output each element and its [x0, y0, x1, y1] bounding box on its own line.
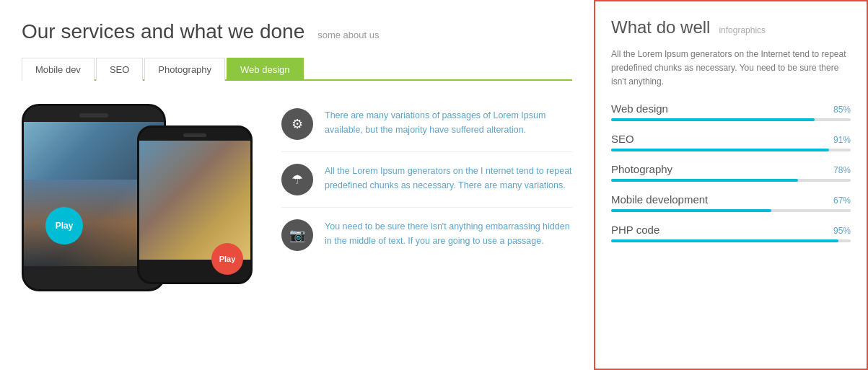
skill-header-0: Web design 85% — [611, 102, 851, 115]
skill-bar-fill-3 — [611, 209, 771, 212]
tab-seo[interactable]: SEO — [96, 58, 143, 81]
features-list: ⚙ There are many variations of passages … — [281, 97, 572, 299]
umbrella-icon: ☂ — [281, 164, 313, 195]
feature-item-1: ⚙ There are many variations of passages … — [281, 97, 572, 152]
tabs-container: Mobile dev SEO Photography Web design — [22, 56, 572, 81]
play-button-red[interactable]: Play — [211, 243, 243, 275]
phone-area: Play Play — [22, 97, 267, 299]
play-red-label: Play — [219, 255, 236, 263]
phone-mockup-back: Play — [137, 125, 253, 284]
right-description: All the Lorem Ipsum generators on the In… — [611, 48, 851, 89]
skill-item-4: PHP code 95% — [611, 224, 851, 242]
right-title: What do well — [611, 17, 710, 38]
tab-photography[interactable]: Photography — [144, 58, 225, 81]
skill-header-4: PHP code 95% — [611, 224, 851, 236]
tab-mobile-dev[interactable]: Mobile dev — [22, 58, 95, 81]
play-blue-label: Play — [56, 221, 74, 231]
skill-item-2: Photography 78% — [611, 163, 851, 182]
skill-bar-bg-3 — [611, 209, 851, 212]
main-title: Our services and what we done — [22, 20, 304, 43]
skill-bar-fill-4 — [611, 239, 838, 242]
skill-item-1: SEO 91% — [611, 133, 851, 151]
feature-text-3: You need to be sure there isn't anything… — [325, 219, 572, 248]
right-header: What do well infographics — [611, 17, 851, 38]
skill-header-1: SEO 91% — [611, 133, 851, 145]
feature-text-1: There are many variations of passages of… — [325, 108, 572, 137]
skill-bar-fill-2 — [611, 179, 798, 182]
skill-percent-2: 78% — [833, 165, 851, 175]
feature-item-2: ☂ All the Lorem Ipsum generators on the … — [281, 152, 572, 208]
skill-item-3: Mobile development 67% — [611, 193, 851, 212]
left-panel: Our services and what we done some about… — [0, 0, 594, 370]
skill-bar-bg-0 — [611, 118, 851, 121]
tab-web-design[interactable]: Web design — [227, 58, 303, 81]
skill-percent-0: 85% — [833, 105, 851, 115]
feature-text-2: All the Lorem Ipsum generators on the I … — [325, 164, 572, 193]
skill-percent-4: 95% — [833, 226, 851, 236]
gear-icon: ⚙ — [281, 108, 313, 140]
skill-name-0: Web design — [611, 102, 668, 115]
play-button-blue[interactable]: Play — [45, 207, 83, 245]
skill-name-3: Mobile development — [611, 193, 708, 206]
skill-name-4: PHP code — [611, 224, 659, 236]
content-area: Play Play ⚙ There are many variations of… — [22, 97, 572, 299]
skill-bar-fill-1 — [611, 149, 829, 151]
camera-icon: 📷 — [281, 219, 313, 251]
skill-header-2: Photography 78% — [611, 163, 851, 175]
skill-bar-fill-0 — [611, 118, 815, 121]
phone-screen-back — [139, 141, 250, 260]
skill-bar-bg-2 — [611, 179, 851, 182]
right-panel: What do well infographics All the Lorem … — [594, 0, 868, 370]
skills-container: Web design 85% SEO 91% Photography 78% — [611, 102, 851, 242]
skill-header-3: Mobile development 67% — [611, 193, 851, 206]
skill-bar-bg-1 — [611, 149, 851, 151]
skill-percent-3: 67% — [833, 195, 851, 206]
skill-item-0: Web design 85% — [611, 102, 851, 121]
feature-item-3: 📷 You need to be sure there isn't anythi… — [281, 208, 572, 263]
skill-percent-1: 91% — [833, 135, 851, 145]
skill-bar-bg-4 — [611, 239, 851, 242]
skill-name-1: SEO — [611, 133, 634, 145]
subtitle: some about us — [317, 30, 379, 40]
header-section: Our services and what we done some about… — [22, 20, 572, 43]
right-subtitle: infographics — [719, 25, 766, 35]
skill-name-2: Photography — [611, 163, 672, 175]
